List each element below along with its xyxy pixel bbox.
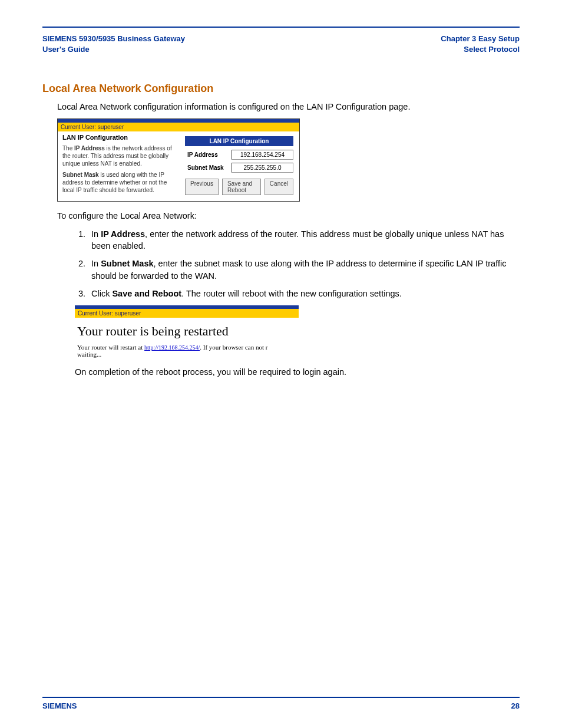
panel-left-title: LAN IP Configuration	[62, 134, 180, 141]
step-2: In Subnet Mask, enter the subnet mask to…	[88, 258, 520, 282]
restart-heading: Your router is being restarted	[77, 324, 299, 339]
footer-page-number: 28	[511, 701, 520, 710]
ip-address-input[interactable]: 192.168.254.254	[232, 150, 293, 160]
subnet-mask-input[interactable]: 255.255.255.0	[232, 163, 293, 173]
restart-link[interactable]: http://192.168.254.254/	[144, 344, 200, 351]
subnet-mask-label: Subnet Mask	[185, 164, 232, 171]
current-user-bar-2: Current User: superuser	[75, 309, 299, 318]
header-left-line1: SIEMENS 5930/5935 Business Gateway	[42, 34, 185, 44]
lead-in-text: To configure the Local Area Network:	[57, 210, 520, 222]
step-3: Click Save and Reboot. The router will r…	[88, 288, 520, 299]
panel-right-title: LAN IP Configuration	[185, 136, 293, 146]
header-left-line2: User's Guide	[42, 44, 185, 55]
steps-list: In IP Address, enter the network address…	[75, 228, 520, 299]
header-right-line1: Chapter 3 Easy Setup	[441, 34, 520, 44]
restart-message: Your router will restart at http://192.1…	[77, 344, 299, 358]
section-title: Local Area Network Configuration	[42, 83, 520, 95]
page-header: SIEMENS 5930/5935 Business Gateway User'…	[42, 34, 520, 59]
header-right-line2: Select Protocol	[441, 44, 520, 55]
intro-text: Local Area Network configuration informa…	[57, 101, 520, 113]
page-footer: SIEMENS 28	[42, 697, 520, 710]
lan-ip-config-screenshot: Current User: superuser LAN IP Configura…	[57, 118, 300, 202]
previous-button[interactable]: Previous	[185, 179, 219, 195]
help-paragraph-1: The IP Address is the network address of…	[62, 144, 180, 167]
help-paragraph-2: Subnet Mask is used along with the IP ad…	[62, 171, 180, 194]
current-user-bar: Current User: superuser	[58, 123, 299, 131]
save-and-reboot-button[interactable]: Save and Reboot	[222, 179, 261, 195]
cancel-button[interactable]: Cancel	[265, 179, 293, 195]
footer-brand: SIEMENS	[42, 701, 77, 710]
step-1: In IP Address, enter the network address…	[88, 228, 520, 252]
restart-screenshot: Current User: superuser Your router is b…	[75, 305, 299, 358]
closing-text: On completion of the reboot process, you…	[75, 366, 520, 378]
ip-address-label: IP Address	[185, 151, 232, 158]
